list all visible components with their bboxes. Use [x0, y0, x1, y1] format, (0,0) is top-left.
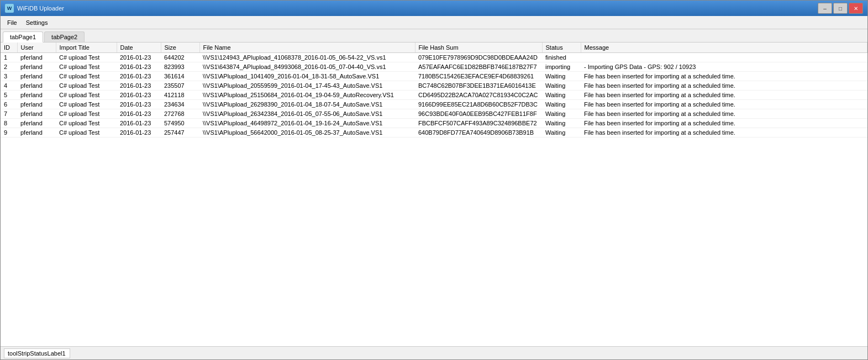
table-header-row: ID User Import Title Date Size File Name…	[1, 43, 867, 53]
col-header-message: Message	[581, 43, 867, 53]
cell-7-6: FBCBFCF507CAFF493A89C324896BBE72	[415, 119, 542, 128]
cell-1-4: 823993	[161, 62, 199, 72]
menubar: File Settings	[1, 16, 867, 29]
cell-2-3: 2016-01-23	[117, 72, 161, 81]
cell-3-5: \\VS1\APlupload_20559599_2016-01-04_17-4…	[199, 81, 415, 91]
window-title: WiFiDB Uploader	[17, 5, 64, 12]
col-header-id: ID	[1, 43, 17, 53]
table-row: 7pferlandC# upload Test2016-01-23272768\…	[1, 109, 867, 119]
tab-bar: tabPage1 tabPage2	[1, 29, 867, 43]
cell-0-7: finished	[542, 53, 581, 62]
table-row: 1pferlandC# upload Test2016-01-23644202\…	[1, 53, 867, 62]
cell-0-1: pferland	[17, 53, 56, 62]
minimize-button[interactable]: –	[818, 3, 832, 14]
cell-0-6: 079E10FE7978969D9DC98D0BDEAAA24D	[415, 53, 542, 62]
cell-0-2: C# upload Test	[56, 53, 117, 62]
cell-6-1: pferland	[17, 109, 56, 119]
cell-5-5: \\VS1\APlupload_26298390_2016-01-04_18-0…	[199, 100, 415, 109]
title-bar-left: W WiFiDB Uploader	[5, 4, 64, 13]
cell-3-6: BC748C62B07BF3DEE1B371EA6016413E	[415, 81, 542, 91]
cell-8-8: File has been inserted for importing at …	[581, 128, 867, 137]
cell-8-7: Waiting	[542, 128, 581, 137]
data-table: ID User Import Title Date Size File Name…	[1, 43, 867, 137]
app-icon: W	[5, 4, 14, 13]
cell-8-3: 2016-01-23	[117, 128, 161, 137]
table-row: 2pferlandC# upload Test2016-01-23823993\…	[1, 62, 867, 72]
cell-1-5: \\VS1\643874_APlupload_84993068_2016-01-…	[199, 62, 415, 72]
table-row: 5pferlandC# upload Test2016-01-23412118\…	[1, 91, 867, 100]
cell-1-8: - Importing GPS Data - GPS: 902 / 10923	[581, 62, 867, 72]
col-header-filename: File Name	[199, 43, 415, 53]
cell-8-1: pferland	[17, 128, 56, 137]
cell-6-7: Waiting	[542, 109, 581, 119]
cell-2-8: File has been inserted for importing at …	[581, 72, 867, 81]
title-bar-buttons: – □ ✕	[818, 3, 863, 14]
cell-3-2: C# upload Test	[56, 81, 117, 91]
restore-button[interactable]: □	[833, 3, 848, 14]
cell-2-7: Waiting	[542, 72, 581, 81]
col-header-hash: File Hash Sum	[415, 43, 542, 53]
cell-4-4: 412118	[161, 91, 199, 100]
cell-1-1: pferland	[17, 62, 56, 72]
cell-4-8: File has been inserted for importing at …	[581, 91, 867, 100]
cell-5-2: C# upload Test	[56, 100, 117, 109]
col-header-import-title: Import Title	[56, 43, 117, 53]
cell-3-7: Waiting	[542, 81, 581, 91]
menu-settings[interactable]: Settings	[22, 18, 52, 27]
cell-8-4: 257447	[161, 128, 199, 137]
cell-1-3: 2016-01-23	[117, 62, 161, 72]
cell-6-4: 272768	[161, 109, 199, 119]
cell-1-7: importing	[542, 62, 581, 72]
cell-7-5: \\VS1\APlupload_46498972_2016-01-04_19-1…	[199, 119, 415, 128]
cell-0-5: \\VS1\124943_APlupload_41068378_2016-01-…	[199, 53, 415, 62]
cell-6-6: 96C93BDE40F0A0EEB95BC427FEB11F8F	[415, 109, 542, 119]
cell-4-0: 5	[1, 91, 17, 100]
status-bar: toolStripStatusLabel1	[1, 346, 867, 359]
cell-6-3: 2016-01-23	[117, 109, 161, 119]
cell-3-4: 235507	[161, 81, 199, 91]
cell-3-3: 2016-01-23	[117, 81, 161, 91]
cell-7-3: 2016-01-23	[117, 119, 161, 128]
cell-2-1: pferland	[17, 72, 56, 81]
cell-0-3: 2016-01-23	[117, 53, 161, 62]
cell-2-2: C# upload Test	[56, 72, 117, 81]
cell-5-1: pferland	[17, 100, 56, 109]
cell-8-2: C# upload Test	[56, 128, 117, 137]
cell-4-3: 2016-01-23	[117, 91, 161, 100]
tab-page1[interactable]: tabPage1	[3, 31, 43, 43]
cell-7-7: Waiting	[542, 119, 581, 128]
cell-1-2: C# upload Test	[56, 62, 117, 72]
content-area: ID User Import Title Date Size File Name…	[1, 43, 867, 346]
cell-7-8: File has been inserted for importing at …	[581, 119, 867, 128]
cell-6-2: C# upload Test	[56, 109, 117, 119]
cell-5-4: 234634	[161, 100, 199, 109]
cell-2-4: 361614	[161, 72, 199, 81]
table-row: 3pferlandC# upload Test2016-01-23361614\…	[1, 72, 867, 81]
title-bar: W WiFiDB Uploader – □ ✕	[1, 1, 867, 16]
cell-5-8: File has been inserted for importing at …	[581, 100, 867, 109]
tab-page2[interactable]: tabPage2	[44, 31, 85, 42]
cell-1-0: 2	[1, 62, 17, 72]
table-row: 9pferlandC# upload Test2016-01-23257447\…	[1, 128, 867, 137]
cell-7-2: C# upload Test	[56, 119, 117, 128]
cell-6-5: \\VS1\APlupload_26342384_2016-01-05_07-5…	[199, 109, 415, 119]
cell-8-0: 9	[1, 128, 17, 137]
cell-2-0: 3	[1, 72, 17, 81]
cell-3-1: pferland	[17, 81, 56, 91]
close-button[interactable]: ✕	[849, 3, 863, 14]
cell-6-0: 7	[1, 109, 17, 119]
menu-file[interactable]: File	[3, 18, 22, 27]
cell-1-6: A57EAFAAFC6E1D82BBFB746E187B27F7	[415, 62, 542, 72]
cell-2-5: \\VS1\APlupload_1041409_2016-01-04_18-31…	[199, 72, 415, 81]
cell-5-6: 9166D99EE85EC21A8D6B60CB52F7DB3C	[415, 100, 542, 109]
cell-7-1: pferland	[17, 119, 56, 128]
cell-8-5: \\VS1\APlupload_56642000_2016-01-05_08-2…	[199, 128, 415, 137]
col-header-user: User	[17, 43, 56, 53]
cell-5-3: 2016-01-23	[117, 100, 161, 109]
cell-4-5: \\VS1\APlupload_25150684_2016-01-04_19-0…	[199, 91, 415, 100]
cell-0-4: 644202	[161, 53, 199, 62]
cell-5-0: 6	[1, 100, 17, 109]
table-row: 6pferlandC# upload Test2016-01-23234634\…	[1, 100, 867, 109]
cell-7-0: 8	[1, 119, 17, 128]
main-window: W WiFiDB Uploader – □ ✕ File Settings ta…	[0, 0, 868, 360]
